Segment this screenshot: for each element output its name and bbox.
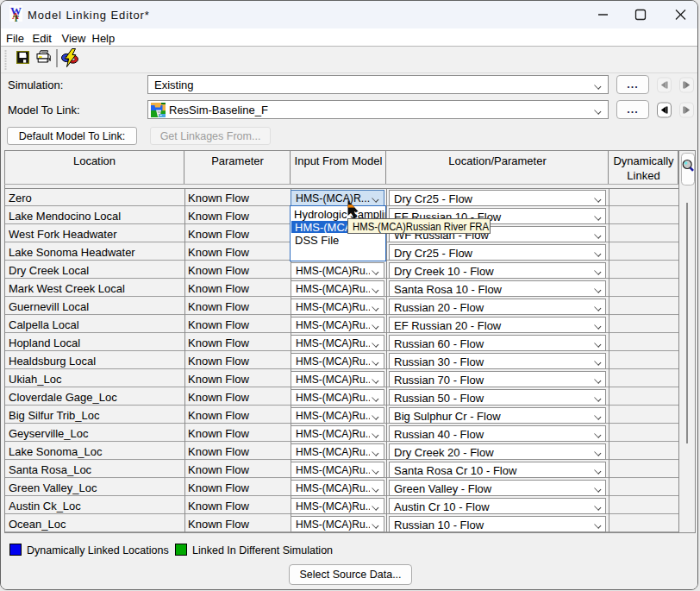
svg-text:T: T (13, 14, 19, 22)
